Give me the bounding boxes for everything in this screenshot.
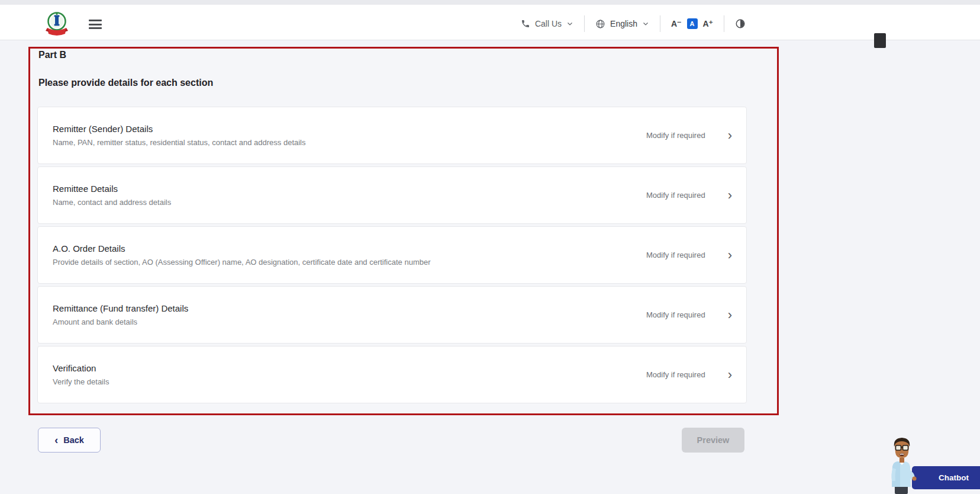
- section-title: Remittee Details: [53, 184, 171, 194]
- divider: [660, 15, 660, 32]
- section-action-label: Modify if required: [646, 251, 705, 259]
- section-card-right: Modify if required ›: [646, 249, 732, 262]
- section-action-label: Modify if required: [646, 310, 705, 319]
- section-card-remittee[interactable]: Remittee Details Name, contact and addre…: [37, 166, 747, 224]
- language-menu[interactable]: English: [595, 19, 649, 29]
- section-action-label: Modify if required: [646, 191, 705, 200]
- section-card-right: Modify if required ›: [646, 129, 732, 142]
- section-card-right: Modify if required ›: [646, 309, 732, 322]
- call-us-menu[interactable]: Call Us: [521, 19, 573, 28]
- section-subtitle: Verify the details: [53, 377, 109, 386]
- part-title: Part B: [38, 50, 66, 60]
- font-increase-button[interactable]: A⁺: [703, 19, 714, 28]
- contrast-toggle-icon[interactable]: [735, 18, 746, 29]
- font-size-controls: A⁻ A A⁺: [671, 18, 713, 29]
- chevron-right-icon[interactable]: ›: [728, 249, 732, 262]
- section-card-right: Modify if required ›: [646, 368, 732, 381]
- scrollbar-thumb[interactable]: [874, 33, 886, 48]
- app-header: Call Us English A⁻ A A⁺: [0, 5, 980, 40]
- globe-icon: [595, 19, 605, 29]
- section-text: A.O. Order Details Provide details of se…: [53, 243, 431, 267]
- section-text: Remitter (Sender) Details Name, PAN, rem…: [53, 124, 306, 147]
- panel-heading: Please provide details for each section: [38, 78, 213, 88]
- preview-button[interactable]: Preview: [682, 428, 744, 453]
- section-card-list: Remitter (Sender) Details Name, PAN, rem…: [37, 107, 747, 403]
- divider: [584, 15, 585, 32]
- chevron-down-icon: [642, 20, 649, 27]
- back-button-label: Back: [63, 435, 84, 445]
- income-tax-department-logo-icon: [45, 10, 69, 36]
- section-card-remittance[interactable]: Remittance (Fund transfer) Details Amoun…: [37, 286, 747, 344]
- chevron-right-icon[interactable]: ›: [728, 309, 732, 322]
- section-text: Remittance (Fund transfer) Details Amoun…: [53, 303, 188, 326]
- chatbot-mascot-icon[interactable]: [885, 436, 918, 494]
- section-action-label: Modify if required: [646, 131, 705, 140]
- section-card-remitter[interactable]: Remitter (Sender) Details Name, PAN, rem…: [37, 107, 747, 164]
- divider: [724, 15, 724, 32]
- chevron-right-icon[interactable]: ›: [728, 189, 732, 202]
- section-subtitle: Provide details of section, AO (Assessin…: [53, 258, 431, 267]
- top-strip: [0, 0, 980, 5]
- section-text: Remittee Details Name, contact and addre…: [53, 184, 171, 207]
- part-b-panel: Part B Please provide details for each s…: [28, 47, 779, 415]
- header-toolbar: Call Us English A⁻ A A⁺: [521, 13, 746, 34]
- chevron-right-icon[interactable]: ›: [728, 129, 732, 142]
- section-action-label: Modify if required: [646, 370, 705, 379]
- section-title: Verification: [53, 363, 109, 373]
- menu-icon[interactable]: [89, 20, 102, 29]
- chatbot-button[interactable]: Chatbot: [912, 466, 980, 489]
- section-text: Verification Verify the details: [53, 363, 109, 386]
- chevron-left-icon: ‹: [54, 435, 58, 445]
- section-title: Remittance (Fund transfer) Details: [53, 303, 188, 313]
- section-card-right: Modify if required ›: [646, 189, 732, 202]
- chatbot-label: Chatbot: [939, 473, 969, 482]
- section-title: Remitter (Sender) Details: [53, 124, 306, 134]
- section-subtitle: Name, PAN, remitter status, residential …: [53, 138, 306, 147]
- section-subtitle: Name, contact and address details: [53, 198, 171, 207]
- phone-icon: [521, 19, 530, 28]
- section-card-verification[interactable]: Verification Verify the details Modify i…: [37, 346, 747, 403]
- font-default-button[interactable]: A: [687, 18, 698, 29]
- section-subtitle: Amount and bank details: [53, 317, 188, 326]
- font-decrease-button[interactable]: A⁻: [671, 19, 682, 28]
- chevron-right-icon[interactable]: ›: [728, 368, 732, 381]
- chevron-down-icon: [566, 20, 573, 27]
- section-title: A.O. Order Details: [53, 243, 431, 254]
- call-us-label: Call Us: [535, 19, 562, 28]
- language-label: English: [610, 19, 637, 28]
- back-button[interactable]: ‹ Back: [38, 428, 101, 453]
- section-card-ao-order[interactable]: A.O. Order Details Provide details of se…: [37, 226, 747, 284]
